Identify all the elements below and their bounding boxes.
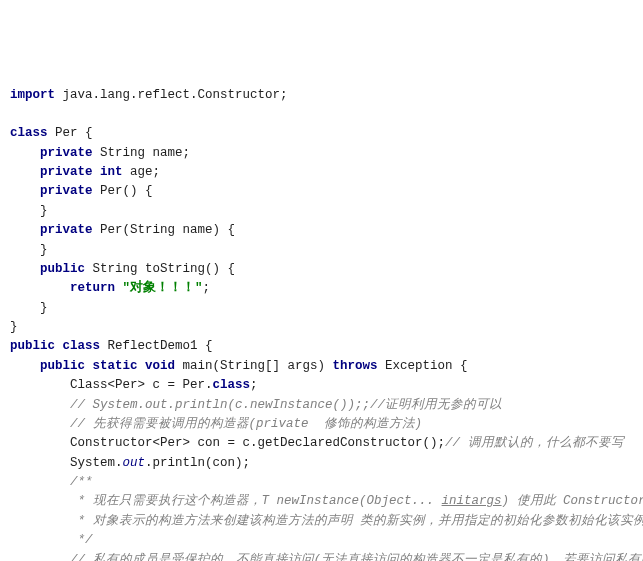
- brace: }: [10, 320, 18, 334]
- brace: }: [10, 243, 48, 257]
- keyword-static: static: [85, 359, 138, 373]
- method-sig: main(String[] args): [175, 359, 333, 373]
- field-name: age;: [130, 165, 160, 179]
- field-out: out: [123, 456, 146, 470]
- brace: }: [10, 204, 48, 218]
- field-name: name;: [153, 146, 191, 160]
- keyword-private: private: [40, 223, 93, 237]
- exc: Exception {: [378, 359, 468, 373]
- keyword-public: public: [10, 339, 55, 353]
- keyword-public: public: [40, 262, 85, 276]
- import-path: java.lang.reflect.Constructor;: [55, 88, 288, 102]
- stmt: .println(con);: [145, 456, 250, 470]
- stmt: System.: [70, 456, 123, 470]
- type: String: [93, 146, 153, 160]
- type: int: [93, 165, 131, 179]
- comment: // 私有的成员是受保护的，不能直接访问(无法直接访问的构造器不一定是私有的)，…: [70, 553, 643, 562]
- comment: ) 使用此 Constructor: [502, 494, 643, 508]
- method-sig: toString() {: [145, 262, 235, 276]
- comment: // System.out.println(c.newInstance());;…: [70, 398, 502, 412]
- class-decl: Per {: [48, 126, 93, 140]
- comment: * 现在只需要执行这个构造器，T newInstance(Object...: [70, 494, 442, 508]
- comment: // 先获得需要被调用的构造器(private 修饰的构造方法): [70, 417, 422, 431]
- keyword-class: class: [213, 378, 251, 392]
- keyword-class: class: [55, 339, 100, 353]
- keyword-throws: throws: [333, 359, 378, 373]
- ctor-sig: Per(String name) {: [93, 223, 236, 237]
- semi: ;: [250, 378, 258, 392]
- keyword-private: private: [40, 165, 93, 179]
- class-decl: ReflectDemo1 {: [100, 339, 213, 353]
- keyword-import: import: [10, 88, 55, 102]
- stmt: Class<Per> c = Per.: [70, 378, 213, 392]
- semi: ;: [203, 281, 211, 295]
- comment: /**: [70, 475, 93, 489]
- keyword-private: private: [40, 184, 93, 198]
- ctor-sig: Per() {: [93, 184, 153, 198]
- keyword-return: return: [70, 281, 123, 295]
- comment-underline: initargs: [442, 494, 502, 508]
- string-literal: "对象！！！": [123, 281, 203, 295]
- keyword-class: class: [10, 126, 48, 140]
- keyword-void: void: [138, 359, 176, 373]
- code-block: import java.lang.reflect.Constructor; cl…: [10, 86, 633, 562]
- comment: // 调用默认的，什么都不要写: [445, 436, 624, 450]
- keyword-private: private: [40, 146, 93, 160]
- keyword-public: public: [40, 359, 85, 373]
- brace: }: [10, 301, 48, 315]
- comment: */: [70, 533, 93, 547]
- stmt: Constructor<Per> con = c.getDeclaredCons…: [70, 436, 445, 450]
- type: String: [85, 262, 145, 276]
- comment: * 对象表示的构造方法来创建该构造方法的声明 类的新实例，并用指定的初始化参数初…: [70, 514, 643, 528]
